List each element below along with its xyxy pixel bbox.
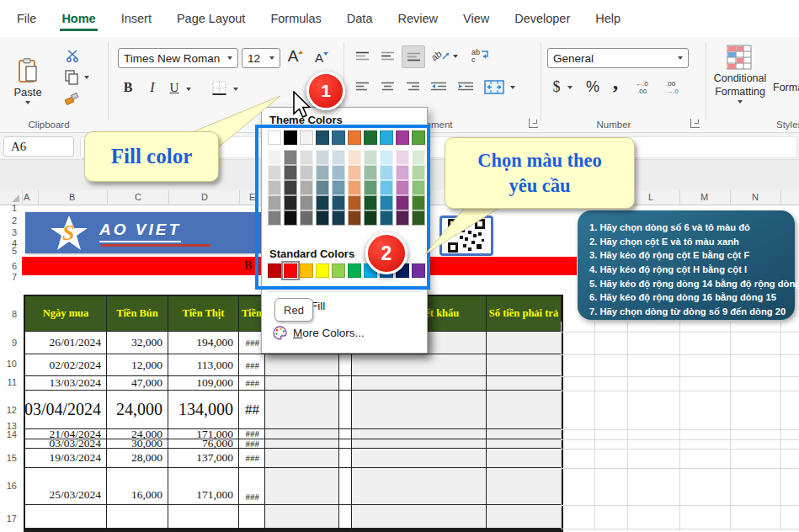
table-cell-r17[interactable] xyxy=(487,505,562,529)
table-cell-r12[interactable] xyxy=(352,391,487,429)
table-cell-r12[interactable]: ## xyxy=(239,391,265,429)
table-cell-r11[interactable]: 47,000 xyxy=(107,376,168,391)
orientation-button[interactable]: ab xyxy=(429,45,451,66)
column-header-A[interactable]: A xyxy=(24,192,29,202)
format-as-table-button[interactable]: Format as Table xyxy=(773,72,799,103)
row-number-6[interactable]: 6 xyxy=(0,261,17,271)
table-cell-r13[interactable] xyxy=(352,429,487,439)
merge-center-button[interactable] xyxy=(482,76,507,98)
tab-insert[interactable]: Insert xyxy=(121,12,152,25)
table-header-cell[interactable]: Tiền Thịt xyxy=(168,296,239,332)
name-box[interactable]: A6 xyxy=(3,136,74,157)
underline-chevron-icon[interactable] xyxy=(186,88,191,91)
percent-style-button[interactable]: % xyxy=(583,76,603,98)
table-cell-r17[interactable] xyxy=(25,505,107,529)
middle-align-button[interactable] xyxy=(377,47,397,66)
tab-page-layout[interactable]: Page Layout xyxy=(177,12,245,25)
table-cell-r13[interactable]: ### xyxy=(239,429,265,439)
number-dialog-launcher[interactable] xyxy=(690,119,700,128)
row-number-15[interactable]: 15 xyxy=(0,453,17,463)
conditional-formatting-label[interactable]: Conditional Formatting xyxy=(709,72,771,103)
table-cell-r11[interactable]: 109,000 xyxy=(168,376,239,391)
table-cell-r11[interactable] xyxy=(487,376,562,391)
select-all-corner[interactable] xyxy=(12,194,19,202)
tab-review[interactable]: Review xyxy=(397,12,438,25)
row-number-5[interactable]: 5 xyxy=(0,246,17,256)
copy-button[interactable] xyxy=(62,69,81,86)
row-number-16[interactable]: 16 xyxy=(0,481,17,491)
table-cell-r11[interactable]: 13/03/2024 xyxy=(25,376,107,391)
align-right-button[interactable] xyxy=(402,77,423,96)
table-cell-r13[interactable]: 171,000 xyxy=(168,429,239,439)
table-cell-r10[interactable]: 12,000 xyxy=(107,354,168,376)
table-cell-r13[interactable] xyxy=(265,429,339,439)
table-cell-r17[interactable] xyxy=(339,505,352,529)
row-number-12[interactable]: 12 xyxy=(0,405,17,415)
table-cell-r17[interactable] xyxy=(107,505,168,529)
more-colors-menu-item[interactable]: More Colors... xyxy=(263,321,426,344)
row-number-2[interactable]: 2 xyxy=(0,215,17,226)
orientation-chevron-icon[interactable] xyxy=(453,55,458,58)
tab-data[interactable]: Data xyxy=(347,12,373,25)
format-painter-button[interactable] xyxy=(62,89,81,106)
table-cell-r17[interactable] xyxy=(265,505,339,529)
increase-decimal-button[interactable]: ←.0.00 xyxy=(633,76,658,98)
merge-chevron-icon[interactable] xyxy=(510,86,515,89)
table-cell-r15[interactable]: 137,000 xyxy=(168,449,239,468)
table-cell-r14[interactable] xyxy=(339,439,352,449)
table-cell-r11[interactable] xyxy=(352,376,487,391)
borders-button[interactable] xyxy=(209,77,229,98)
table-cell-r10[interactable]: 02/02/2024 xyxy=(25,354,107,376)
table-cell-r15[interactable]: 19/03/2024 xyxy=(25,449,107,468)
row-number-3[interactable]: 3 xyxy=(0,227,17,237)
row-number-10[interactable]: 10 xyxy=(0,359,17,369)
decrease-decimal-button[interactable]: .00→.0 xyxy=(663,76,689,98)
column-header-N[interactable]: N xyxy=(752,192,759,202)
table-cell-r16[interactable]: ### xyxy=(239,468,265,505)
column-header-B[interactable]: B xyxy=(69,192,75,202)
table-cell-r10[interactable] xyxy=(487,354,562,376)
table-cell-r14[interactable]: 03/03/2024 xyxy=(25,439,107,449)
table-cell-r16[interactable] xyxy=(339,468,352,505)
cut-button[interactable] xyxy=(64,48,83,63)
italic-button[interactable]: I xyxy=(145,77,160,98)
row-number-9[interactable]: 9 xyxy=(0,338,17,348)
table-cell-r12[interactable]: 134,000 xyxy=(168,391,239,429)
table-cell-r15[interactable]: ### xyxy=(239,449,265,468)
table-cell-r14[interactable]: 76,000 xyxy=(168,439,239,449)
row-number-17[interactable]: 17 xyxy=(0,513,17,524)
table-cell-r15[interactable] xyxy=(265,449,339,468)
increase-font-button[interactable]: A xyxy=(285,45,306,67)
table-cell-r15[interactable] xyxy=(487,449,562,468)
table-header-cell[interactable]: Ngày mua xyxy=(25,296,107,332)
number-format-combo[interactable]: General xyxy=(547,48,689,68)
table-cell-r13[interactable] xyxy=(339,429,352,439)
conditional-formatting-button[interactable] xyxy=(724,44,754,71)
tab-formulas[interactable]: Formulas xyxy=(270,12,321,25)
table-cell-r16[interactable]: 171,000 xyxy=(168,468,239,505)
table-cell-r17[interactable] xyxy=(239,505,265,529)
table-cell-r17[interactable] xyxy=(168,505,239,529)
tab-home[interactable]: Home xyxy=(61,12,95,25)
alignment-dialog-launcher[interactable] xyxy=(529,119,538,128)
table-cell-r10[interactable]: 113,000 xyxy=(168,354,239,376)
row-number-7[interactable]: 7 xyxy=(0,272,17,282)
table-cell-r12[interactable]: 24,000 xyxy=(107,391,168,429)
table-cell-r14[interactable]: ### xyxy=(239,439,265,449)
table-cell-r10[interactable] xyxy=(352,354,487,376)
table-cell-r14[interactable] xyxy=(265,439,339,449)
top-align-button[interactable] xyxy=(352,47,372,66)
column-header-M[interactable]: M xyxy=(700,192,708,202)
table-cell-r14[interactable] xyxy=(352,439,487,449)
tab-file[interactable]: File xyxy=(17,12,36,25)
tab-developer[interactable]: Developer xyxy=(514,12,570,25)
decrease-font-button[interactable]: A xyxy=(312,47,332,67)
comma-style-button[interactable]: , xyxy=(608,71,623,94)
table-cell-r14[interactable] xyxy=(487,439,562,449)
table-cell-r16[interactable]: 25/03/2024 xyxy=(25,468,107,505)
table-cell-r16[interactable] xyxy=(487,468,562,505)
table-cell-r17[interactable] xyxy=(352,505,487,529)
table-cell-r16[interactable] xyxy=(352,468,487,505)
font-size-combo[interactable]: 12 xyxy=(242,48,280,68)
row-number-11[interactable]: 11 xyxy=(0,377,17,387)
